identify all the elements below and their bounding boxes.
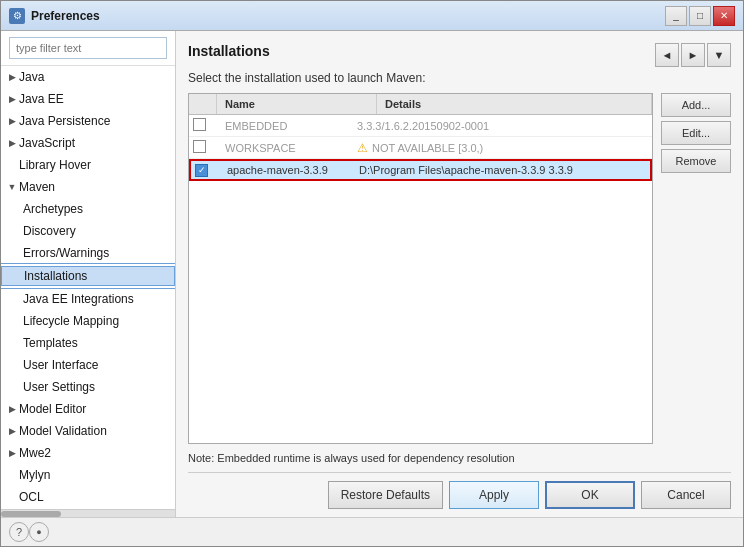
sidebar-item-mwe2[interactable]: ▶ Mwe2 [1,442,175,464]
panel-title: Installations [188,43,270,59]
expand-icon: ▶ [5,446,19,460]
table-buttons: Add... Edit... Remove [661,93,731,444]
sidebar-item-model-editor[interactable]: ▶ Model Editor [1,398,175,420]
content-area: ▶ Java ▶ Java EE ▶ Java Persistence [1,31,743,517]
row-details: D:\Program Files\apache-maven-3.3.9 3.3.… [351,162,650,178]
sidebar-item-label: Mwe2 [19,446,51,460]
title-bar: ⚙ Preferences _ □ ✕ [1,1,743,31]
sidebar-item-label: Java EE [19,92,64,106]
sidebar-item-label: Model Editor [19,402,86,416]
sidebar-item-label: Maven [19,180,55,194]
expand-icon: ▶ [5,114,19,128]
sidebar-item-model-validation[interactable]: ▶ Model Validation [1,420,175,442]
sidebar-item-java-persistence[interactable]: ▶ Java Persistence [1,110,175,132]
table-row[interactable]: WORKSPACE ⚠ NOT AVAILABLE [3.0,) [189,137,652,159]
main-panel: Installations ◄ ► ▼ Select the installat… [176,31,743,517]
sidebar-item-lifecycle-mapping[interactable]: Lifecycle Mapping [1,310,175,332]
back-button[interactable]: ◄ [655,43,679,67]
checkbox-embedded[interactable] [193,118,206,131]
preferences-window: ⚙ Preferences _ □ ✕ ▶ Java [0,0,744,547]
row-details: 3.3.3/1.6.2.20150902-0001 [349,118,652,134]
sidebar-item-installations[interactable]: Installations [1,264,175,288]
sidebar-item-label: Model Validation [19,424,107,438]
sidebar-scrollbar[interactable] [1,509,175,517]
add-button[interactable]: Add... [661,93,731,117]
minimize-button[interactable]: _ [665,6,687,26]
sidebar-item-label: Java [19,70,44,84]
note-text: Note: Embedded runtime is always used fo… [188,452,731,464]
checkbox-apache-maven[interactable]: ✓ [195,164,208,177]
ok-button[interactable]: OK [545,481,635,509]
close-button[interactable]: ✕ [713,6,735,26]
sidebar-item-java-ee-integration[interactable]: Java EE Integrations [1,288,175,310]
sidebar-item-templates[interactable]: Templates [1,332,175,354]
expand-icon: ▶ [5,402,19,416]
cancel-button[interactable]: Cancel [641,481,731,509]
sidebar-item-label: Templates [23,336,78,350]
row-check[interactable] [189,138,217,157]
window-icon: ⚙ [9,8,25,24]
filter-input[interactable] [9,37,167,59]
row-name: apache-maven-3.3.9 [219,162,351,178]
window-controls: _ □ ✕ [665,6,735,26]
expand-icon: ▶ [5,92,19,106]
forward-button[interactable]: ► [681,43,705,67]
panel-description: Select the installation used to launch M… [188,71,731,85]
checkbox-workspace[interactable] [193,140,206,153]
sidebar-item-label: Java EE Integrations [23,292,134,306]
table-row[interactable]: EMBEDDED 3.3.3/1.6.2.20150902-0001 [189,115,652,137]
table-row[interactable]: ✓ apache-maven-3.3.9 D:\Program Files\ap… [189,159,652,181]
installations-table: Name Details EMBEDDED 3.3.3/1.6.2.201509… [188,93,653,444]
sidebar-item-java[interactable]: ▶ Java [1,66,175,88]
sidebar-item-user-settings[interactable]: User Settings [1,376,175,398]
sidebar-item-label: User Settings [23,380,95,394]
window-footer: ? ● [1,517,743,546]
sidebar-item-label: Discovery [23,224,76,238]
row-name: EMBEDDED [217,118,349,134]
info-icon[interactable]: ● [29,522,49,542]
warning-icon: ⚠ [357,141,368,155]
expand-icon: ▶ [5,424,19,438]
th-details: Details [377,94,652,114]
th-name: Name [217,94,377,114]
sidebar-item-label: Archetypes [23,202,83,216]
apply-button[interactable]: Apply [449,481,539,509]
expand-icon: ▼ [5,180,19,194]
sidebar-item-label: User Interface [23,358,98,372]
sidebar-item-label: JavaScript [19,136,75,150]
expand-icon: ▶ [5,70,19,84]
sidebar-item-user-interface[interactable]: User Interface [1,354,175,376]
row-check[interactable] [189,116,217,135]
search-box [1,31,175,66]
sidebar-item-label: Mylyn [19,468,50,482]
sidebar-item-library-hover[interactable]: ▶ Library Hover [1,154,175,176]
expand-icon: ▶ [5,136,19,150]
sidebar-item-javascript[interactable]: ▶ JavaScript [1,132,175,154]
table-header: Name Details [189,94,652,115]
sidebar-item-errors-warnings[interactable]: Errors/Warnings [1,242,175,264]
maximize-button[interactable]: □ [689,6,711,26]
th-check [189,94,217,114]
remove-button[interactable]: Remove [661,149,731,173]
edit-button[interactable]: Edit... [661,121,731,145]
sidebar-item-label: Errors/Warnings [23,246,109,260]
sidebar: ▶ Java ▶ Java EE ▶ Java Persistence [1,31,176,517]
sidebar-item-mylyn[interactable]: ▶ Mylyn [1,464,175,486]
sidebar-item-ocl[interactable]: ▶ OCL [1,486,175,508]
sidebar-item-discovery[interactable]: Discovery [1,220,175,242]
restore-defaults-button[interactable]: Restore Defaults [328,481,443,509]
scrollbar-thumb[interactable] [1,511,61,517]
dropdown-button[interactable]: ▼ [707,43,731,67]
sidebar-item-archetypes[interactable]: Archetypes [1,198,175,220]
row-name: WORKSPACE [217,140,349,156]
bottom-buttons: Restore Defaults Apply OK Cancel [188,472,731,517]
sidebar-item-label: Installations [24,269,87,283]
table-and-buttons: Name Details EMBEDDED 3.3.3/1.6.2.201509… [188,93,731,444]
sidebar-item-maven[interactable]: ▼ Maven [1,176,175,198]
row-details: ⚠ NOT AVAILABLE [3.0,) [349,139,652,157]
sidebar-item-java-ee[interactable]: ▶ Java EE [1,88,175,110]
nav-toolbar: ◄ ► ▼ [655,43,731,67]
row-check[interactable]: ✓ [191,161,219,179]
help-icon[interactable]: ? [9,522,29,542]
sidebar-item-label: Lifecycle Mapping [23,314,119,328]
